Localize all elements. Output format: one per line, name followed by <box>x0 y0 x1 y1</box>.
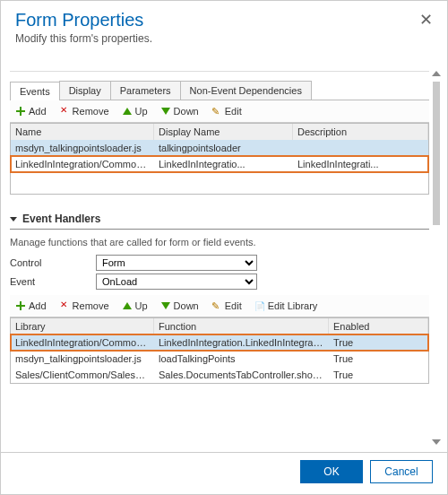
add-label: Add <box>29 300 47 311</box>
remove-button[interactable]: Remove <box>54 299 115 313</box>
remove-label: Remove <box>73 106 109 117</box>
remove-button[interactable]: Remove <box>54 104 115 118</box>
tab-events[interactable]: Events <box>10 82 60 100</box>
table-row[interactable]: Sales/ClientCommon/Sales_ClientCom... Sa… <box>11 367 428 383</box>
content-pane: Events Display Parameters Non-Event Depe… <box>10 71 429 445</box>
cell-function: Sales.DocumentsTabController.shouldS... <box>154 367 329 383</box>
handlers-grid-header: Library Function Enabled <box>11 318 428 334</box>
col-description[interactable]: Description <box>293 124 428 140</box>
control-select[interactable]: Form <box>96 255 257 271</box>
control-label: Control <box>10 257 96 268</box>
up-label: Up <box>135 300 148 311</box>
remove-icon <box>59 300 70 311</box>
add-icon <box>15 300 26 311</box>
edit-button[interactable]: Edit <box>206 104 247 118</box>
tab-bar: Events Display Parameters Non-Event Depe… <box>10 81 429 100</box>
table-row[interactable]: msdyn_talkingpointsloader.js talkingpoin… <box>11 140 428 156</box>
col-library[interactable]: Library <box>11 318 154 334</box>
table-row[interactable]: LinkedInIntegration/Common/msdyn_L... Li… <box>11 156 428 172</box>
collapse-icon <box>10 217 17 221</box>
edit-icon <box>211 106 222 117</box>
cell-description: LinkedInIntegrati... <box>293 156 428 172</box>
handlers-grid: Library Function Enabled LinkedInIntegra… <box>10 317 429 384</box>
table-row[interactable]: LinkedInIntegration/Common/msdyn_L... Li… <box>11 334 428 351</box>
cell-enabled: True <box>329 351 428 367</box>
section-header[interactable]: Event Handlers <box>10 207 429 230</box>
scrollbar-thumb[interactable] <box>433 82 440 225</box>
libraries-toolbar: Add Remove Up Down Edit <box>10 100 429 123</box>
cell-display-name: LinkedInIntegratio... <box>154 156 293 172</box>
col-display-name[interactable]: Display Name <box>154 124 293 140</box>
col-name[interactable]: Name <box>11 124 154 140</box>
edit-icon <box>211 300 222 311</box>
remove-label: Remove <box>73 300 109 311</box>
edit-button[interactable]: Edit <box>206 299 247 313</box>
cell-name: msdyn_talkingpointsloader.js <box>11 140 154 156</box>
cell-enabled: True <box>329 334 428 351</box>
cell-library: Sales/ClientCommon/Sales_ClientCom... <box>11 367 154 383</box>
cell-function: loadTalkingPoints <box>154 351 329 367</box>
down-icon <box>160 300 171 311</box>
cell-library: msdyn_talkingpointsloader.js <box>11 351 154 367</box>
dialog-title: Form Properties <box>15 10 143 30</box>
handlers-toolbar: Add Remove Up Down Edit Edit Library <box>10 295 429 317</box>
tab-non-event-dependencies[interactable]: Non-Event Dependencies <box>180 81 312 100</box>
down-button[interactable]: Down <box>155 104 204 118</box>
edit-label: Edit <box>225 106 242 117</box>
table-row[interactable]: msdyn_talkingpointsloader.js loadTalking… <box>11 351 428 367</box>
up-icon <box>122 106 133 117</box>
edit-label: Edit <box>225 300 242 311</box>
down-button[interactable]: Down <box>155 299 204 313</box>
cell-description <box>293 140 428 156</box>
cancel-button[interactable]: Cancel <box>370 460 433 483</box>
cell-function: LinkedInIntegration.LinkedInIntegration.… <box>154 334 329 351</box>
scrollbar[interactable] <box>431 71 442 445</box>
close-icon[interactable]: ✕ <box>419 10 433 30</box>
up-button[interactable]: Up <box>116 104 153 118</box>
edit-library-label: Edit Library <box>268 300 318 311</box>
event-select[interactable]: OnLoad <box>96 274 257 290</box>
ok-button[interactable]: OK <box>300 460 363 483</box>
section-title: Event Handlers <box>22 213 100 225</box>
up-label: Up <box>135 106 148 117</box>
library-icon <box>254 300 265 311</box>
libraries-grid-header: Name Display Name Description <box>11 124 428 140</box>
tab-display[interactable]: Display <box>59 81 111 100</box>
add-button[interactable]: Add <box>10 104 52 118</box>
libraries-grid: Name Display Name Description msdyn_talk… <box>10 123 429 195</box>
event-handlers-section: Event Handlers Manage functions that are… <box>10 207 429 384</box>
add-label: Add <box>29 106 47 117</box>
dialog-subtitle: Modify this form's properties. <box>15 32 433 45</box>
add-icon <box>15 106 26 117</box>
section-description: Manage functions that are called for for… <box>10 237 429 248</box>
dialog-footer: OK Cancel <box>1 452 447 494</box>
add-button[interactable]: Add <box>10 299 52 313</box>
up-icon <box>122 300 133 311</box>
down-label: Down <box>174 300 199 311</box>
up-button[interactable]: Up <box>116 299 153 313</box>
down-icon <box>160 106 171 117</box>
edit-library-button[interactable]: Edit Library <box>249 299 323 313</box>
down-label: Down <box>174 106 199 117</box>
col-function[interactable]: Function <box>154 318 329 334</box>
cell-enabled: True <box>329 367 428 383</box>
cell-library: LinkedInIntegration/Common/msdyn_L... <box>11 334 154 351</box>
remove-icon <box>59 106 70 117</box>
cell-display-name: talkingpointsloader <box>154 140 293 156</box>
col-enabled[interactable]: Enabled <box>329 318 428 334</box>
cell-name: LinkedInIntegration/Common/msdyn_L... <box>11 156 154 172</box>
event-label: Event <box>10 276 96 287</box>
tab-parameters[interactable]: Parameters <box>110 81 181 100</box>
